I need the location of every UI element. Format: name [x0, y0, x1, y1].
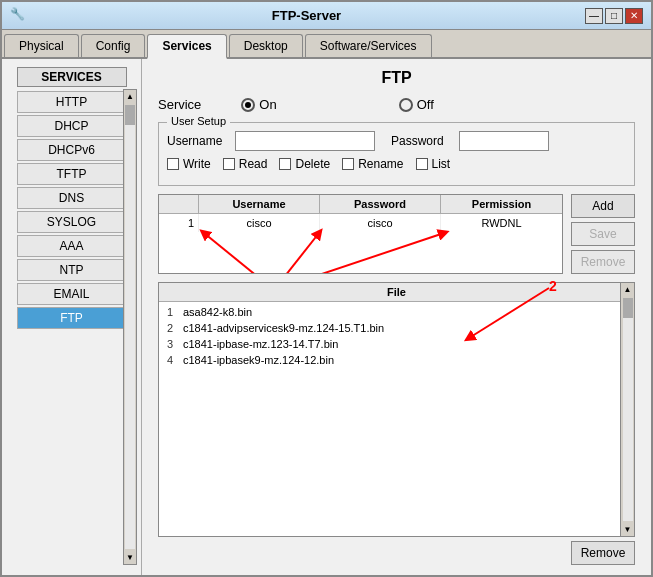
- sidebar-item-dhcp[interactable]: DHCP: [17, 115, 127, 137]
- user-setup-legend: User Setup: [167, 115, 230, 127]
- file-scroll-down[interactable]: ▼: [622, 523, 634, 536]
- close-button[interactable]: ✕: [625, 8, 643, 24]
- service-off-radio[interactable]: [399, 98, 413, 112]
- sidebar-item-email[interactable]: EMAIL: [17, 283, 127, 305]
- table-area: Username Password Permission 1 cisco cis…: [158, 194, 635, 274]
- list-checkbox-item[interactable]: List: [416, 157, 451, 171]
- sidebar-item-http[interactable]: HTTP: [17, 91, 127, 113]
- maximize-button[interactable]: □: [605, 8, 623, 24]
- td-password: cisco: [320, 214, 441, 232]
- rename-checkbox[interactable]: [342, 158, 354, 170]
- tab-software[interactable]: Software/Services: [305, 34, 432, 57]
- file-num-1: 1: [167, 306, 183, 318]
- sidebar-item-ntp[interactable]: NTP: [17, 259, 127, 281]
- file-name-3: c1841-ipbase-mz.123-14.T7.bin: [183, 338, 338, 350]
- file-scrollbar[interactable]: ▲ ▼: [620, 283, 634, 536]
- td-row-num: 1: [159, 214, 199, 232]
- title-bar: 🔧 FTP-Server — □ ✕: [2, 2, 651, 30]
- read-checkbox[interactable]: [223, 158, 235, 170]
- content-area: FTP Service On Off User: [142, 59, 651, 575]
- service-off-label: Off: [417, 97, 434, 112]
- sidebar-item-ftp[interactable]: FTP: [17, 307, 127, 329]
- td-permission: RWDNL: [441, 214, 562, 232]
- add-button[interactable]: Add: [571, 194, 635, 218]
- scroll-up-arrow[interactable]: ▲: [124, 90, 136, 103]
- sidebar-item-dhcpv6[interactable]: DHCPv6: [17, 139, 127, 161]
- service-radio-group: On Off: [241, 97, 463, 112]
- rename-checkbox-item[interactable]: Rename: [342, 157, 403, 171]
- minimize-button[interactable]: —: [585, 8, 603, 24]
- bottom-btn-row: Remove: [158, 541, 635, 565]
- username-label: Username: [167, 134, 227, 148]
- username-input[interactable]: [235, 131, 375, 151]
- file-num-3: 3: [167, 338, 183, 350]
- tab-bar: Physical Config Services Desktop Softwar…: [2, 30, 651, 59]
- read-checkbox-item[interactable]: Read: [223, 157, 268, 171]
- password-label: Password: [391, 134, 451, 148]
- rename-label: Rename: [358, 157, 403, 171]
- file-num-4: 4: [167, 354, 183, 366]
- password-input[interactable]: [459, 131, 549, 151]
- content-title: FTP: [158, 69, 635, 87]
- file-num-2: 2: [167, 322, 183, 334]
- file-scroll-up[interactable]: ▲: [622, 283, 634, 296]
- th-permission: Permission: [441, 195, 562, 213]
- file-scroll-track: [623, 298, 633, 521]
- sidebar-item-aaa[interactable]: AAA: [17, 235, 127, 257]
- file-header: File: [159, 283, 634, 302]
- tab-desktop[interactable]: Desktop: [229, 34, 303, 57]
- delete-checkbox-item[interactable]: Delete: [279, 157, 330, 171]
- service-off-option[interactable]: Off: [399, 97, 434, 112]
- service-on-radio[interactable]: [241, 98, 255, 112]
- th-num: [159, 195, 199, 213]
- list-checkbox[interactable]: [416, 158, 428, 170]
- write-checkbox[interactable]: [167, 158, 179, 170]
- user-btn-group: Add Save Remove: [571, 194, 635, 274]
- sidebar: SERVICES HTTP DHCP DHCPv6 TFTP DNS SYSLO…: [2, 59, 142, 575]
- table-header: Username Password Permission: [159, 195, 562, 214]
- tab-config[interactable]: Config: [81, 34, 146, 57]
- delete-label: Delete: [295, 157, 330, 171]
- th-password: Password: [320, 195, 441, 213]
- service-row: Service On Off: [158, 97, 635, 112]
- delete-checkbox[interactable]: [279, 158, 291, 170]
- sidebar-title: SERVICES: [17, 67, 127, 87]
- svg-line-1: [204, 233, 274, 274]
- sidebar-scrollbar[interactable]: ▲ ▼: [123, 89, 137, 565]
- write-checkbox-item[interactable]: Write: [167, 157, 211, 171]
- sidebar-item-syslog[interactable]: SYSLOG: [17, 211, 127, 233]
- file-name-2: c1841-advipservicesk9-mz.124-15.T1.bin: [183, 322, 384, 334]
- sidebar-item-dns[interactable]: DNS: [17, 187, 127, 209]
- service-on-label: On: [259, 97, 276, 112]
- remove-file-button[interactable]: Remove: [571, 541, 635, 565]
- main-window: 🔧 FTP-Server — □ ✕ Physical Config Servi…: [0, 0, 653, 577]
- file-row-3[interactable]: 3 c1841-ipbase-mz.123-14.T7.bin: [159, 336, 634, 352]
- save-button[interactable]: Save: [571, 222, 635, 246]
- table-row[interactable]: 1 cisco cisco RWDNL: [159, 214, 562, 232]
- td-username: cisco: [199, 214, 320, 232]
- form-row-credentials: Username Password: [167, 131, 626, 151]
- file-scroll-thumb[interactable]: [623, 298, 633, 318]
- tab-physical[interactable]: Physical: [4, 34, 79, 57]
- file-row-1[interactable]: 1 asa842-k8.bin: [159, 304, 634, 320]
- app-icon: 🔧: [10, 7, 28, 25]
- file-area: File 1 asa842-k8.bin 2 c1841-advipservic…: [158, 282, 635, 537]
- scroll-track: [125, 105, 135, 549]
- service-on-option[interactable]: On: [241, 97, 276, 112]
- user-table: Username Password Permission 1 cisco cis…: [158, 194, 563, 274]
- remove-user-button[interactable]: Remove: [571, 250, 635, 274]
- tab-services[interactable]: Services: [147, 34, 226, 59]
- service-label: Service: [158, 97, 201, 112]
- write-label: Write: [183, 157, 211, 171]
- read-label: Read: [239, 157, 268, 171]
- file-row-4[interactable]: 4 c1841-ipbasek9-mz.124-12.bin: [159, 352, 634, 368]
- window-title: FTP-Server: [28, 8, 585, 23]
- file-name-1: asa842-k8.bin: [183, 306, 252, 318]
- scroll-thumb[interactable]: [125, 105, 135, 125]
- file-list: 1 asa842-k8.bin 2 c1841-advipservicesk9-…: [159, 302, 634, 536]
- list-label: List: [432, 157, 451, 171]
- sidebar-item-tftp[interactable]: TFTP: [17, 163, 127, 185]
- file-row-2[interactable]: 2 c1841-advipservicesk9-mz.124-15.T1.bin: [159, 320, 634, 336]
- scroll-down-arrow[interactable]: ▼: [124, 551, 136, 564]
- svg-line-2: [274, 233, 319, 274]
